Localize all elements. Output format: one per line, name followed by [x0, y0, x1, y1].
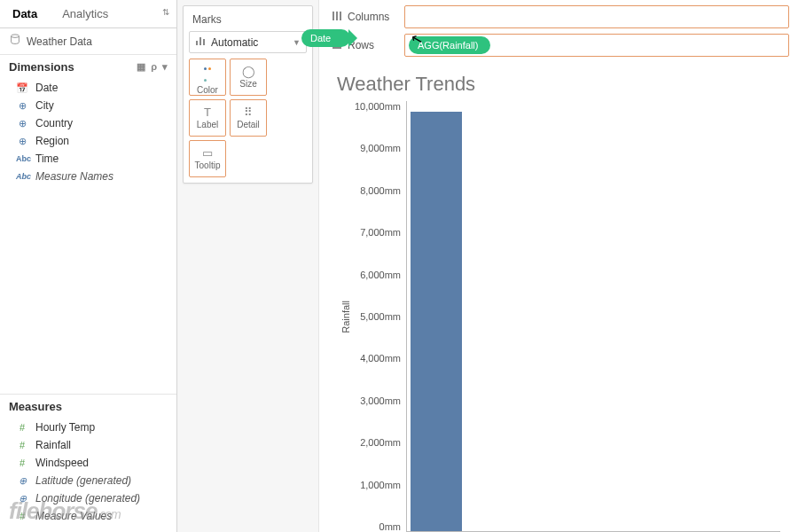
field-label: Longitude (generated): [35, 492, 140, 505]
y-tick: 4,000mm: [360, 353, 401, 364]
y-tick: 6,000mm: [360, 270, 401, 280]
dimensions-header: Dimensions ▦ ρ ▾: [0, 54, 176, 77]
tile-label: Tooltip: [195, 160, 221, 170]
tile-label: Color: [197, 85, 218, 95]
columns-shelf[interactable]: Columns: [328, 5, 789, 28]
chart-area: Weather Trends Rainfall 10,000mm9,000mm8…: [319, 64, 798, 532]
field-label: Date: [35, 82, 58, 94]
field-label: Hourly Temp: [35, 421, 95, 434]
chevron-down-icon: ▼: [293, 38, 301, 47]
datasource-name: Weather Data: [27, 35, 92, 48]
marks-title: Marks: [189, 12, 307, 31]
datasource-icon: [9, 34, 21, 49]
svg-rect-4: [332, 12, 334, 20]
measure-field[interactable]: #Hourly Temp: [0, 419, 176, 436]
dimension-field[interactable]: AbcTime: [0, 150, 176, 168]
marks-panel: Marks Automatic ▼ Color◯SizeTLabel⠿Detai…: [177, 0, 319, 532]
dimension-field[interactable]: AbcMeasure Names: [0, 168, 176, 185]
svg-rect-5: [336, 12, 338, 20]
y-tick: 1,000mm: [360, 480, 401, 490]
marks-tile-label[interactable]: TLabel: [189, 99, 226, 137]
plot-body[interactable]: [406, 101, 780, 532]
field-label: Country: [35, 117, 73, 129]
marks-type-dropdown[interactable]: Automatic ▼: [189, 31, 307, 53]
drag-pill-date[interactable]: Date: [301, 29, 350, 47]
measure-field[interactable]: #Rainfall: [0, 436, 176, 454]
datasource-row[interactable]: Weather Data: [0, 28, 176, 54]
svg-point-0: [12, 35, 20, 38]
marks-type-label: Automatic: [211, 36, 258, 49]
y-tick: 10,000mm: [355, 101, 401, 112]
tile-label: Detail: [237, 120, 260, 129]
measure-field[interactable]: ⊕Latitude (generated): [0, 472, 176, 489]
svg-rect-6: [340, 12, 341, 20]
y-tick: 5,000mm: [360, 311, 401, 322]
tile-label: Label: [197, 120, 218, 129]
svg-rect-2: [200, 37, 201, 45]
rows-shelf[interactable]: Rows AGG(Rainfall): [328, 34, 789, 57]
dimension-field[interactable]: ⊕Country: [0, 114, 176, 132]
marks-tiles: Color◯SizeTLabel⠿Detail▭Tooltip: [189, 59, 307, 177]
chart-title[interactable]: Weather Trends: [337, 73, 780, 96]
svg-rect-1: [196, 41, 198, 45]
view-toggle-icon[interactable]: ▦: [137, 61, 145, 73]
marks-tile-color[interactable]: Color: [189, 59, 226, 96]
columns-icon: [332, 11, 342, 24]
field-label: Rainfall: [35, 439, 71, 451]
measure-field[interactable]: #Windspeed: [0, 454, 176, 472]
measure-field[interactable]: #Measure Values: [0, 507, 176, 525]
field-label: Latitude (generated): [35, 474, 131, 487]
bar-rainfall[interactable]: [411, 112, 462, 531]
sidebar-tabs: Data Analytics ⇅: [0, 0, 176, 28]
field-label: City: [35, 99, 54, 112]
plot: Rainfall 10,000mm9,000mm8,000mm7,000mm6,…: [337, 101, 780, 532]
y-tick: 9,000mm: [360, 143, 401, 153]
field-label: Time: [35, 153, 59, 165]
worksheet: Columns Rows AGG(Rainfall) Weather Trend…: [319, 0, 798, 532]
field-label: Windspeed: [35, 457, 89, 469]
marks-tile-detail[interactable]: ⠿Detail: [230, 99, 267, 137]
marks-tile-size[interactable]: ◯Size: [230, 59, 267, 96]
tab-menu-icon[interactable]: ⇅: [155, 0, 176, 27]
dimensions-list: 📅Date⊕City⊕Country⊕RegionAbcTimeAbcMeasu…: [0, 77, 176, 192]
columns-label: Columns: [348, 11, 389, 23]
y-axis: 10,000mm9,000mm8,000mm7,000mm6,000mm5,00…: [355, 101, 406, 532]
y-tick: 0mm: [379, 521, 401, 532]
measure-field[interactable]: ⊕Longitude (generated): [0, 489, 176, 507]
menu-icon[interactable]: ▾: [162, 61, 168, 73]
search-icon[interactable]: ρ: [151, 61, 157, 73]
rows-pill-rainfall[interactable]: AGG(Rainfall): [409, 36, 490, 54]
tab-data[interactable]: Data: [0, 0, 50, 27]
tab-analytics[interactable]: Analytics: [50, 0, 121, 27]
y-tick: 3,000mm: [360, 395, 401, 406]
marks-card: Marks Automatic ▼ Color◯SizeTLabel⠿Detai…: [183, 5, 313, 184]
measures-label: Measures: [9, 400, 62, 413]
shelves: Columns Rows AGG(Rainfall): [319, 0, 798, 64]
y-tick: 7,000mm: [360, 227, 401, 238]
rows-dropzone[interactable]: AGG(Rainfall): [404, 34, 789, 57]
y-tick: 8,000mm: [360, 185, 401, 196]
y-tick: 2,000mm: [360, 437, 401, 448]
bar-chart-icon: [195, 35, 206, 49]
measures-header: Measures: [0, 394, 176, 417]
dimension-field[interactable]: ⊕City: [0, 97, 176, 114]
svg-rect-3: [203, 39, 205, 45]
dimensions-label: Dimensions: [9, 60, 74, 74]
data-sidebar: Data Analytics ⇅ Weather Data Dimensions…: [0, 0, 177, 532]
tile-label: Size: [239, 79, 256, 89]
dimension-field[interactable]: ⊕Region: [0, 132, 176, 150]
marks-tile-tooltip[interactable]: ▭Tooltip: [189, 140, 226, 177]
measures-list: #Hourly Temp#Rainfall#Windspeed⊕Latitude…: [0, 417, 176, 532]
y-axis-title: Rainfall: [337, 301, 355, 333]
field-label: Measure Values: [35, 510, 112, 522]
field-label: Measure Names: [35, 170, 113, 183]
dimension-field[interactable]: 📅Date: [0, 79, 176, 97]
columns-dropzone[interactable]: [404, 5, 789, 28]
field-label: Region: [35, 135, 69, 147]
